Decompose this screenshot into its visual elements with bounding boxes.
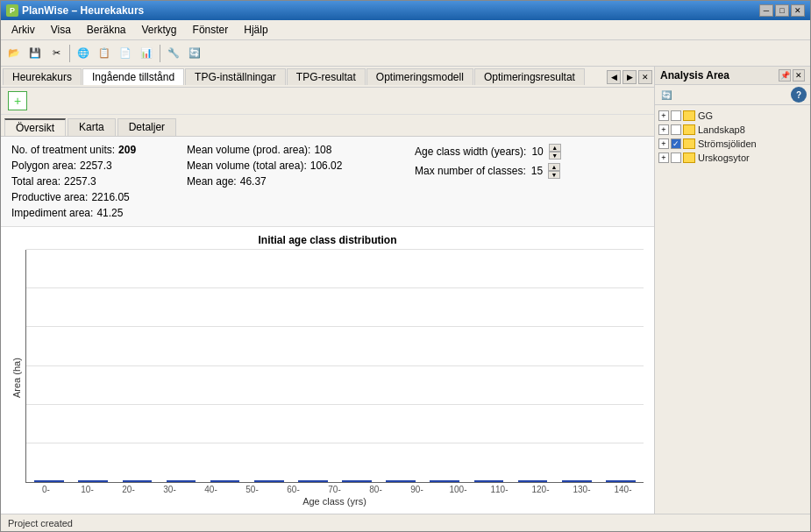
tab-optimeringsresultat[interactable]: Optimeringsresultat [474, 68, 585, 85]
menu-verktyg[interactable]: Verktyg [135, 22, 184, 38]
tree-checkbox-0[interactable] [671, 110, 681, 121]
tab-close-button[interactable]: ✕ [638, 70, 652, 84]
tree-checkbox-3[interactable] [671, 153, 681, 163]
bar-12 [562, 480, 592, 482]
status-text: Project created [8, 518, 73, 528]
tab-tpg-installningar[interactable]: TPG-inställningar [185, 68, 286, 85]
app-icon: P [6, 4, 18, 17]
tab-ingaende-tillstand[interactable]: Ingående tillstånd [82, 68, 184, 85]
chart-inner: 0100200300400500600 0-10-20-30-40-50-60-… [25, 250, 644, 507]
x-label-14: 140- [602, 485, 644, 494]
tree-item-1[interactable]: +Landskap8 [657, 123, 808, 137]
bar-2 [123, 480, 153, 482]
age-class-up[interactable]: ▲ [549, 144, 561, 152]
mean-age-value: 46.37 [240, 175, 267, 188]
tree-item-2[interactable]: +✓Strömsjöliden [657, 137, 808, 151]
max-classes-spinner[interactable]: ▲ ▼ [548, 163, 560, 179]
bar-group-13 [600, 480, 642, 482]
paste-button[interactable]: 📄 [116, 44, 135, 63]
tab-optimeringsmodell[interactable]: Optimeringsmodell [366, 68, 473, 85]
no-treatment-value: 209 [118, 144, 136, 156]
tab-prev-button[interactable]: ◀ [607, 70, 621, 84]
mean-vol-total-value: 106.02 [310, 160, 343, 172]
impediment-area-label: Impediment area: [11, 207, 93, 219]
bar-11 [518, 480, 548, 482]
productive-area-value: 2216.05 [91, 191, 129, 203]
bar-group-1 [72, 480, 114, 482]
x-label-9: 90- [396, 485, 438, 494]
tab-heurekakurs[interactable]: Heurekakurs [3, 68, 82, 85]
tree-item-3[interactable]: +Urskogsytor [657, 151, 808, 165]
tab-tpg-resultat[interactable]: TPG-resultat [287, 68, 366, 85]
settings-button[interactable]: 🔧 [164, 44, 183, 63]
x-label-5: 50- [231, 485, 273, 494]
minimize-button[interactable]: ─ [759, 4, 773, 17]
mean-vol-total-label: Mean volume (total area): [187, 160, 307, 172]
bar-group-8 [380, 480, 422, 482]
add-action-button[interactable]: + [8, 91, 27, 110]
cut-button[interactable]: ✂ [46, 44, 66, 63]
open-button[interactable]: 📂 [4, 44, 24, 63]
bar-3 [167, 480, 196, 482]
analysis-area-title: Analysis Area [660, 69, 729, 82]
inner-tab-karta[interactable]: Karta [68, 118, 116, 136]
main-window: P PlanWise – Heurekakurs ─ □ ✕ Arkiv Vis… [0, 0, 811, 532]
bar-13 [606, 480, 636, 482]
menu-hjalp[interactable]: Hjälp [237, 22, 274, 38]
menu-visa[interactable]: Visa [44, 22, 78, 38]
chart-button[interactable]: 📊 [137, 44, 156, 63]
age-class-down[interactable]: ▼ [549, 152, 561, 160]
globe-button[interactable]: 🌐 [74, 44, 93, 63]
right-panel: Analysis Area 📌 ✕ 🔄 ? +GG+Landskap8+✓Str… [654, 67, 810, 514]
bar-5 [254, 480, 284, 482]
close-button[interactable]: ✕ [791, 4, 805, 17]
bar-group-5 [248, 480, 290, 482]
tree-label-3: Urskogsytor [698, 153, 750, 163]
separator-1 [69, 45, 70, 62]
inner-tab-oversikt[interactable]: Översikt [4, 118, 66, 136]
max-classes-up[interactable]: ▲ [548, 163, 560, 171]
max-classes-value: 15 [531, 165, 543, 177]
max-classes-label: Max number of classes: [415, 165, 526, 177]
copy-button[interactable]: 📋 [95, 44, 114, 63]
tree-expander-2[interactable]: + [658, 138, 669, 149]
tree-checkbox-1[interactable] [671, 124, 681, 135]
menu-berakna[interactable]: Beräkna [80, 22, 133, 38]
x-label-11: 110- [479, 485, 520, 494]
impediment-area-value: 41.25 [96, 207, 123, 219]
pin-button[interactable]: 📌 [779, 69, 791, 82]
max-classes-down[interactable]: ▼ [548, 171, 560, 179]
rp-help-button[interactable]: ? [791, 87, 807, 103]
document-tabs: Heurekakurs Ingående tillstånd TPG-instä… [1, 67, 654, 88]
tree-expander-1[interactable]: + [658, 124, 669, 135]
tree-label-2: Strömsjöliden [698, 138, 757, 149]
title-bar: P PlanWise – Heurekakurs ─ □ ✕ [1, 1, 810, 20]
refresh-button[interactable]: 🔄 [185, 44, 204, 63]
x-label-8: 80- [355, 485, 396, 494]
inner-tab-detaljer[interactable]: Detaljer [117, 118, 176, 136]
rp-close-button[interactable]: ✕ [793, 69, 805, 82]
x-label-6: 60- [273, 485, 314, 494]
chart-container: Area (ha) 0100200300400500600 0-10-20-30… [11, 250, 644, 507]
toolbar: 📂 💾 ✂ 🌐 📋 📄 📊 🔧 🔄 [1, 40, 810, 67]
right-panel-header: Analysis Area 📌 ✕ [655, 67, 810, 85]
tree-expander-3[interactable]: + [658, 153, 669, 163]
tree-checkbox-2[interactable]: ✓ [671, 138, 681, 149]
y-axis-label: Area (ha) [11, 250, 22, 507]
tree-item-0[interactable]: +GG [657, 109, 808, 123]
rp-refresh-button[interactable]: 🔄 [658, 87, 674, 103]
tab-next-button[interactable]: ▶ [622, 70, 637, 84]
menu-fonster[interactable]: Fönster [186, 22, 236, 38]
x-label-12: 120- [520, 485, 561, 494]
menu-arkiv[interactable]: Arkiv [4, 22, 42, 38]
age-class-spinner[interactable]: ▲ ▼ [549, 144, 561, 160]
stats-panel: No. of treatment units: 209 Polygon area… [1, 137, 654, 227]
tree-expander-0[interactable]: + [658, 110, 669, 121]
maximize-button[interactable]: □ [775, 4, 789, 17]
save-button[interactable]: 💾 [25, 44, 45, 63]
right-panel-toolbar: 🔄 ? [655, 85, 810, 105]
bar-group-4 [204, 480, 246, 482]
no-treatment-label: No. of treatment units: [11, 144, 115, 156]
bar-1 [78, 480, 108, 482]
bar-group-9 [423, 480, 466, 482]
